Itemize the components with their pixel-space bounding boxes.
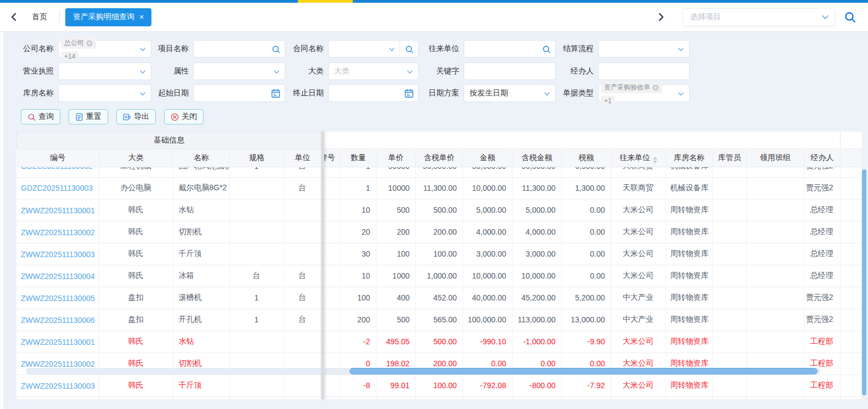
table-row[interactable] bbox=[16, 396, 861, 399]
document-id-link[interactable]: ZWWZ202511130006 bbox=[21, 316, 95, 325]
query-button-label: 查询 bbox=[38, 112, 54, 122]
filter-label-project: 项目名称 bbox=[151, 44, 193, 54]
document-id-link[interactable]: GDZC202511130003 bbox=[21, 184, 93, 192]
query-button[interactable]: 查询 bbox=[21, 109, 60, 124]
tab-active[interactable]: 资产采购明细查询 × bbox=[65, 8, 151, 26]
doc-type-more-count[interactable]: +1 bbox=[601, 96, 615, 106]
cell-amount_tax: 10,000.00 bbox=[512, 265, 561, 287]
cell-price_tax bbox=[415, 396, 463, 399]
search-icon[interactable] bbox=[542, 45, 551, 54]
end-date-input[interactable] bbox=[328, 84, 419, 102]
cell-amount_tax bbox=[512, 396, 561, 399]
export-button[interactable]: 导出 bbox=[116, 109, 156, 124]
category-select[interactable]: 大类 bbox=[328, 63, 419, 80]
table-row[interactable]: ZWWZ202511130004·韩氏冰箱台台1010001,000.0010,… bbox=[16, 265, 861, 287]
calendar-icon[interactable] bbox=[404, 89, 414, 98]
cell-keeper bbox=[712, 199, 746, 221]
cell-spec bbox=[229, 199, 284, 221]
keyword-input[interactable] bbox=[464, 63, 556, 80]
cell-id[interactable]: ZWWZ202511130002· bbox=[16, 221, 99, 243]
cell-id[interactable]: ZWWZ202511130004· bbox=[16, 265, 99, 287]
cell-counterparty: 大米公司 bbox=[611, 243, 666, 265]
cell-keeper bbox=[712, 396, 746, 399]
forward-chevron-icon[interactable] bbox=[657, 13, 665, 21]
company-more-count[interactable]: +14 bbox=[61, 52, 78, 61]
column-header-counterparty[interactable]: 往来单位 bbox=[611, 149, 666, 167]
document-id-link[interactable]: GDZC202511130002 bbox=[21, 167, 93, 171]
filter-label-handler: 经办人 bbox=[556, 66, 598, 76]
table-row[interactable]: ZWWZ202511130003·韩氏千斤顶30100100.003,000.0… bbox=[16, 243, 861, 265]
search-icon[interactable] bbox=[405, 45, 414, 54]
cell-price: 500 bbox=[376, 309, 415, 331]
cell-id[interactable]: ZWWZ202511130003· bbox=[16, 243, 99, 265]
table-head-row: 编号大类名称规格单位牌号数量单价含税单价金额含税金额税额往来单位库房名称库管员领… bbox=[17, 149, 862, 167]
cell-amount: 40,000.00 bbox=[463, 287, 512, 309]
cell-id[interactable]: GDZC202511130002 bbox=[16, 167, 99, 177]
vertical-scrollbar-thumb[interactable] bbox=[862, 169, 866, 395]
cell-id[interactable]: ZWWZ202511130003· bbox=[16, 374, 99, 396]
search-icon[interactable] bbox=[844, 11, 856, 23]
company-select[interactable]: 总公司 +14 bbox=[58, 40, 151, 58]
warehouse-select[interactable] bbox=[58, 84, 151, 102]
table-row[interactable]: ZWWZ202511130001·韩氏水钻10500500.005,000.00… bbox=[16, 199, 861, 221]
back-chevron-icon[interactable] bbox=[10, 13, 18, 21]
start-date-input[interactable] bbox=[193, 84, 285, 102]
document-id-link[interactable]: ZWWZ202511130002 bbox=[21, 360, 95, 368]
settlement-select[interactable] bbox=[598, 40, 690, 58]
handler-input[interactable] bbox=[598, 63, 690, 80]
table-row[interactable]: GDZC202511130003办公电脑戴尔电脑8G*2台11000011,30… bbox=[16, 177, 861, 199]
cell-id bbox=[16, 396, 99, 399]
filter-label-settlement: 结算流程 bbox=[556, 44, 598, 54]
frozen-columns-divider[interactable] bbox=[321, 132, 324, 399]
table-row[interactable]: ZWWZ202511130002·韩氏切割机20200200.004,000.0… bbox=[16, 221, 861, 243]
tab-close-icon[interactable]: × bbox=[139, 13, 144, 21]
table-row[interactable]: ZWWZ202511130006·盘扣开孔机1台200500565.00100,… bbox=[16, 309, 861, 331]
document-id-link[interactable]: ZWWZ202511130001 bbox=[21, 338, 95, 346]
cell-handler: 贾元强2 bbox=[804, 309, 840, 331]
cell-spec bbox=[229, 177, 284, 199]
tag-remove-icon[interactable] bbox=[652, 84, 659, 91]
document-id-link[interactable]: ZWWZ202511130001 bbox=[21, 206, 95, 215]
date-scheme-select[interactable]: 按发生日期 bbox=[464, 84, 556, 102]
license-select[interactable] bbox=[58, 63, 151, 80]
close-circle-icon bbox=[171, 113, 179, 121]
cell-id[interactable]: ZWWZ202511130001· bbox=[16, 199, 99, 221]
table-row[interactable]: ZWWZ202511130001·韩氏水钻-2495.05500.00-990.… bbox=[16, 331, 861, 353]
cell-id[interactable]: GDZC202511130003 bbox=[16, 177, 99, 199]
attribute-select[interactable] bbox=[193, 63, 285, 80]
cell-counterparty: 大米公司 bbox=[611, 199, 666, 221]
project-select[interactable]: 选择项目 bbox=[683, 8, 835, 26]
doc-type-select[interactable]: 资产采购验收单 +1 bbox=[598, 84, 690, 102]
table-row[interactable]: GDZC202511130002工程机械国产轮式挖掘机1台15000056,50… bbox=[16, 167, 861, 177]
cell-id[interactable]: ZWWZ202511130005· bbox=[16, 287, 99, 309]
document-id-link[interactable]: ZWWZ202511130004 bbox=[21, 272, 95, 281]
cell-name: 千斤顶 bbox=[173, 243, 229, 265]
contract-name-combo[interactable] bbox=[328, 40, 419, 58]
reset-button[interactable]: 重置 bbox=[69, 109, 108, 124]
cell-id[interactable]: ZWWZ202511130001· bbox=[16, 331, 99, 353]
column-header-name: 名称 bbox=[173, 149, 230, 167]
table-row[interactable]: ZWWZ202511130005·盘扣滚槽机1台100400452.0040,0… bbox=[16, 287, 861, 309]
document-id-link[interactable]: ZWWZ202511130002 bbox=[21, 228, 95, 237]
column-header-amount_tax: 含税金额 bbox=[512, 149, 562, 167]
tab-home[interactable]: 首页 bbox=[32, 12, 47, 22]
search-icon[interactable] bbox=[272, 45, 280, 54]
document-id-link[interactable]: ZWWZ202511130003 bbox=[21, 382, 95, 390]
table-row[interactable]: ZWWZ202511130003·韩氏千斤顶-899.01100.00-792.… bbox=[16, 374, 861, 396]
cell-id[interactable]: ZWWZ202511130006· bbox=[16, 309, 99, 331]
document-id-link[interactable]: ZWWZ202511130003 bbox=[21, 250, 95, 259]
cell-warehouse: 周转物资库 bbox=[666, 374, 712, 396]
counterparty-input[interactable] bbox=[464, 40, 556, 58]
sort-icon[interactable] bbox=[653, 157, 657, 163]
tag-remove-icon[interactable] bbox=[86, 40, 93, 47]
cell-category: 盘扣 bbox=[99, 287, 173, 309]
calendar-icon[interactable] bbox=[271, 89, 280, 98]
cell-price: 10000 bbox=[376, 177, 415, 199]
filter-label-company: 公司名称 bbox=[16, 44, 58, 54]
project-name-input[interactable] bbox=[193, 40, 285, 58]
table-body-viewport[interactable]: GDZC202511130002工程机械国产轮式挖掘机1台15000056,50… bbox=[16, 167, 861, 399]
close-button[interactable]: 关闭 bbox=[164, 109, 204, 124]
cell-category: 韩氏 bbox=[99, 221, 173, 243]
document-id-link[interactable]: ZWWZ202511130005 bbox=[21, 294, 95, 303]
horizontal-scrollbar-thumb[interactable] bbox=[350, 368, 818, 374]
